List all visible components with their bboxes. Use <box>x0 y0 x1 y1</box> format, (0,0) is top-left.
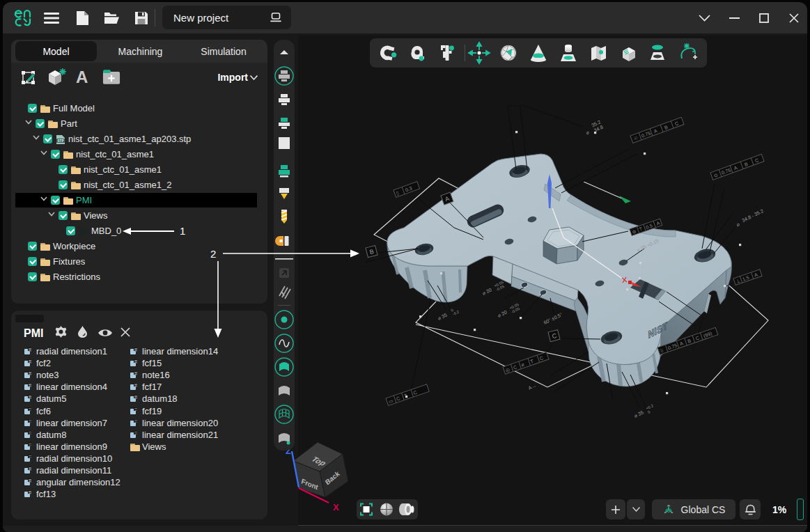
svg-text:1: 1 <box>180 226 185 236</box>
svg-text:⌀ 20: ⌀ 20 <box>497 309 508 318</box>
svg-text:⌀ 35: ⌀ 35 <box>633 409 644 418</box>
svg-text:0: 0 <box>647 409 651 414</box>
svg-text:60° ±0.5°: 60° ±0.5° <box>543 312 563 325</box>
svg-text:34.8 - 35.2: 34.8 - 35.2 <box>741 208 764 223</box>
svg-text:⌀ 20: ⌀ 20 <box>481 287 492 295</box>
svg-text:⌀ 35: ⌀ 35 <box>437 312 448 320</box>
svg-text:X: X <box>333 502 339 513</box>
svg-text:⌀: ⌀ <box>585 130 590 135</box>
svg-text:A→: A→ <box>527 382 537 390</box>
svg-text:STP: STP <box>58 139 64 143</box>
svg-text:+0.2: +0.2 <box>645 403 653 410</box>
